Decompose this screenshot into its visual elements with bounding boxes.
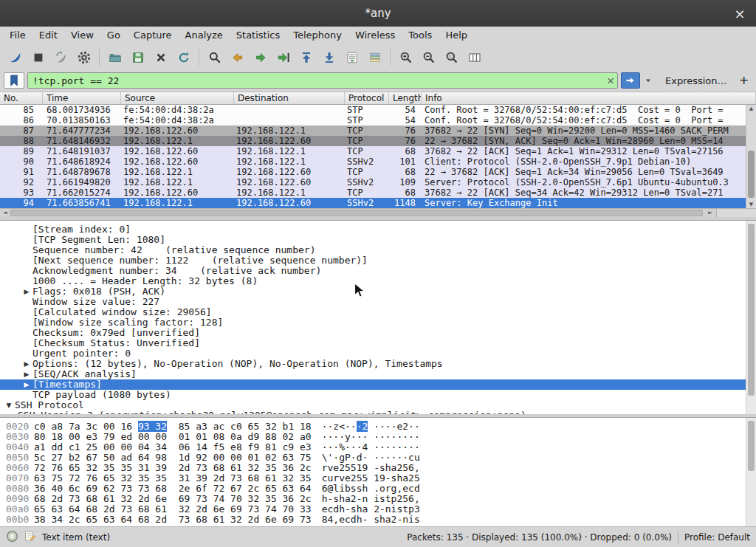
menu-edit[interactable]: Edit — [32, 27, 64, 45]
menu-capture[interactable]: Capture — [127, 27, 179, 45]
packet-row[interactable]: 9171.648789678192.168.122.1192.168.122.6… — [0, 167, 756, 177]
menu-telephony[interactable]: Telephony — [286, 27, 348, 45]
go-to-first-button[interactable] — [295, 47, 317, 67]
detail-line[interactable]: ▶Options: (12 bytes), No-Operation (NOP)… — [0, 359, 756, 369]
start-capture-button[interactable] — [4, 47, 27, 67]
hex-line[interactable]: 006072 76 65 32 35 35 31 39 2d 73 68 61 … — [0, 463, 756, 473]
column-header-info[interactable]: Info — [422, 92, 756, 104]
packet-row[interactable]: 9071.648618924192.168.122.60192.168.122.… — [0, 156, 756, 167]
detail-line[interactable]: [Stream index: 0] — [0, 224, 756, 235]
scroll-down-icon[interactable]: ▼ — [746, 202, 756, 207]
column-header-source[interactable]: Source — [121, 92, 234, 104]
menu-statistics[interactable]: Statistics — [230, 27, 286, 45]
expand-arrow-icon[interactable]: ▶ — [21, 379, 32, 390]
detail-line[interactable]: 1000 .... = Header Length: 32 bytes (8) — [0, 276, 756, 286]
expand-arrow-icon[interactable]: ▶ — [21, 286, 32, 297]
reload-file-button[interactable] — [172, 47, 195, 67]
column-header-time[interactable]: Time — [43, 92, 121, 104]
display-filter-input[interactable] — [27, 72, 618, 89]
packet-row[interactable]: 8971.648191037192.168.122.60192.168.122.… — [0, 146, 756, 156]
detail-line[interactable]: Window size value: 227 — [0, 297, 756, 307]
detail-line[interactable]: Checksum: 0x79ed [unverified] — [0, 328, 756, 338]
hex-line[interactable]: 007063 75 72 76 65 32 35 35 31 39 2d 73 … — [0, 473, 756, 484]
detail-line[interactable]: [Window size scaling factor: 128] — [0, 317, 756, 328]
expand-arrow-icon[interactable]: ▶ — [21, 369, 32, 379]
menu-help[interactable]: Help — [439, 27, 474, 45]
expression-button[interactable]: Expression… — [659, 73, 733, 89]
filter-clear-button[interactable]: × — [606, 74, 615, 87]
scrollbar-thumb[interactable] — [748, 224, 755, 396]
column-header-length[interactable]: Length — [389, 92, 422, 104]
packet-row[interactable]: 8871.648146932192.168.122.1192.168.122.6… — [0, 136, 756, 146]
packet-list-vertical-scrollbar[interactable]: ▲ ▼ — [746, 105, 756, 208]
restart-capture-button[interactable] — [49, 47, 72, 67]
save-file-button[interactable] — [126, 47, 149, 67]
go-to-last-button[interactable] — [317, 47, 340, 67]
colorize-button[interactable] — [363, 47, 386, 67]
menu-analyze[interactable]: Analyze — [179, 27, 230, 45]
expert-info-button[interactable] — [6, 530, 18, 545]
hex-vertical-scrollbar[interactable] — [746, 418, 756, 526]
detail-line[interactable]: Acknowledgment number: 34 (relative ack … — [0, 266, 756, 276]
column-header-protocol[interactable]: Protocol — [345, 92, 389, 104]
packet-row[interactable]: 8771.647777234192.168.122.60192.168.122.… — [0, 125, 756, 136]
scrollbar-thumb[interactable] — [748, 421, 755, 471]
hex-line[interactable]: 003080 18 00 e3 79 ed 00 00 01 01 08 0a … — [0, 432, 756, 442]
window-close-button[interactable]: × — [731, 4, 749, 22]
column-header-no[interactable]: No. — [0, 92, 43, 104]
zoom-out-button[interactable] — [417, 47, 440, 67]
detail-line[interactable]: [Next sequence number: 1122 (relative se… — [0, 255, 756, 266]
capture-comment-button[interactable] — [24, 530, 36, 544]
scroll-up-icon[interactable]: ▲ — [746, 106, 756, 111]
detail-line-selected[interactable]: ▶[Timestamps] — [0, 379, 756, 390]
packet-row[interactable]: 8670.013850163fe:54:00:d4:38:2aSTP54Conf… — [0, 115, 756, 125]
detail-line[interactable]: SSH Version 2 (encryption:chacha20-poly1… — [0, 410, 756, 414]
column-header-destination[interactable]: Destination — [234, 92, 345, 104]
collapse-arrow-icon[interactable]: ▼ — [3, 400, 15, 410]
scroll-left-icon[interactable]: ◄ — [1, 209, 10, 217]
hex-line[interactable]: 0040a1 dd c1 25 00 00 04 34 06 14 f5 e8 … — [0, 442, 756, 453]
scroll-right-icon[interactable]: ► — [706, 209, 715, 217]
filter-bookmark-button[interactable] — [4, 72, 24, 89]
go-to-packet-button[interactable] — [272, 47, 295, 67]
hex-line[interactable]: 008036 40 6c 69 62 73 73 68 2e 6f 72 67 … — [0, 484, 756, 494]
add-filter-button[interactable]: + — [736, 72, 752, 89]
go-forward-button[interactable] — [249, 47, 272, 67]
expand-arrow-icon[interactable]: ▶ — [21, 359, 32, 369]
open-file-button[interactable] — [103, 47, 126, 67]
packet-row[interactable]: 8568.001734936fe:54:00:d4:38:2aSTP54Conf… — [0, 105, 756, 115]
hex-line[interactable]: 00a065 63 64 68 2d 73 68 61 32 2d 6e 69 … — [0, 504, 756, 515]
packet-row[interactable]: 9371.662015274192.168.122.60192.168.122.… — [0, 188, 756, 198]
zoom-original-button[interactable]: 1:1 — [440, 47, 463, 67]
hex-line[interactable]: 009068 2d 73 68 61 32 2d 6e 69 73 74 70 … — [0, 494, 756, 504]
detail-line[interactable]: [TCP Segment Len: 1080] — [0, 235, 756, 245]
menu-tools[interactable]: Tools — [402, 27, 439, 45]
close-file-button[interactable] — [149, 47, 172, 67]
scrollbar-thumb[interactable] — [748, 151, 755, 198]
stop-capture-button[interactable] — [27, 47, 49, 67]
detail-line[interactable]: Sequence number: 42 (relative sequence n… — [0, 245, 756, 255]
menu-wireless[interactable]: Wireless — [348, 27, 402, 45]
resize-columns-button[interactable] — [463, 47, 486, 67]
menu-go[interactable]: Go — [100, 27, 127, 45]
detail-line[interactable]: [Calculated window size: 29056] — [0, 307, 756, 317]
detail-line[interactable]: ▶Flags: 0x018 (PSH, ACK) — [0, 286, 756, 297]
detail-line[interactable]: [Checksum Status: Unverified] — [0, 338, 756, 348]
title-bar[interactable]: *any × — [0, 0, 756, 27]
detail-line[interactable]: ▶[SEQ/ACK analysis] — [0, 369, 756, 379]
detail-line[interactable]: ▼SSH Protocol — [0, 400, 756, 410]
go-back-button[interactable] — [226, 47, 249, 67]
filter-history-dropdown[interactable] — [643, 76, 653, 85]
hex-line[interactable]: 0020c0 a8 7a 3c 00 16 93 32 85 a3 ac c0 … — [0, 422, 756, 432]
capture-options-button[interactable] — [72, 47, 95, 67]
hex-line[interactable]: 00505c 27 b2 67 50 ad 64 98 1d 92 00 00 … — [0, 453, 756, 463]
scrollbar-thumb[interactable] — [10, 210, 703, 216]
zoom-in-button[interactable] — [394, 47, 417, 67]
menu-view[interactable]: View — [64, 27, 100, 45]
hex-line[interactable]: 00b038 34 2c 65 63 64 68 2d 73 68 61 32 … — [0, 515, 756, 525]
detail-line[interactable]: Urgent pointer: 0 — [0, 348, 756, 359]
packet-row-selected[interactable]: 9471.663856741192.168.122.1192.168.122.6… — [0, 198, 756, 208]
packet-list-horizontal-scrollbar[interactable]: ◄ ► — [0, 208, 756, 217]
details-vertical-scrollbar[interactable] — [746, 221, 756, 414]
filter-apply-button[interactable] — [621, 72, 640, 89]
